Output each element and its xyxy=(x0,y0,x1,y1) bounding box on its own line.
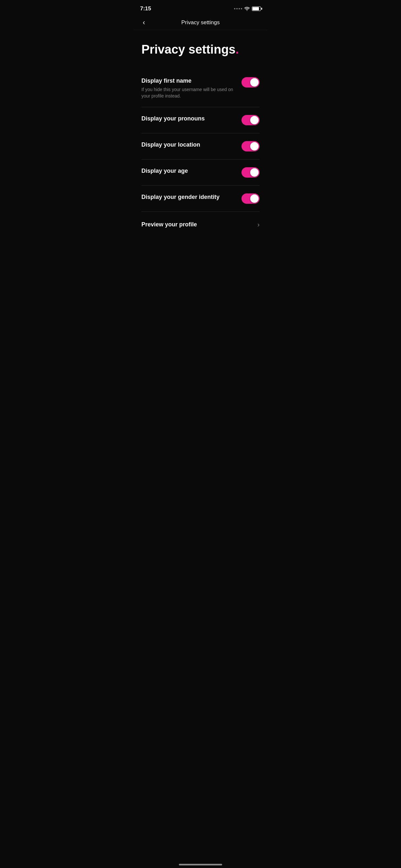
status-time: 7:15 xyxy=(140,5,151,12)
toggle-knob-display-first-name xyxy=(250,78,258,87)
battery-icon xyxy=(252,6,261,11)
setting-text-display-first-name: Display first name If you hide this your… xyxy=(142,77,242,99)
toggle-wrapper-display-first-name xyxy=(242,77,259,88)
setting-item-display-first-name: Display first name If you hide this your… xyxy=(142,69,259,107)
nav-title: Privacy settings xyxy=(181,20,220,26)
signal-icon xyxy=(234,8,242,9)
page-heading: Privacy settings. xyxy=(142,43,259,57)
toggle-display-pronouns[interactable] xyxy=(242,115,259,125)
toggle-display-first-name[interactable] xyxy=(242,77,259,88)
toggle-wrapper-display-pronouns xyxy=(242,115,259,125)
toggle-knob-display-age xyxy=(250,168,258,177)
setting-description-display-first-name: If you hide this your username will be u… xyxy=(142,87,236,99)
setting-item-display-gender: Display your gender identity xyxy=(142,186,259,212)
nav-bar: ‹ Privacy settings xyxy=(134,16,267,30)
back-button[interactable]: ‹ xyxy=(140,17,148,28)
setting-label-display-age: Display your age xyxy=(142,167,236,175)
setting-item-display-age: Display your age xyxy=(142,159,259,186)
toggle-knob-display-location xyxy=(250,142,258,151)
page-title: Privacy settings. xyxy=(142,43,259,57)
status-bar: 7:15 xyxy=(134,0,267,16)
chevron-right-icon: › xyxy=(257,221,259,228)
preview-profile-label: Preview your profile xyxy=(142,221,197,228)
setting-label-display-location: Display your location xyxy=(142,141,236,149)
toggle-display-location[interactable] xyxy=(242,141,259,151)
wifi-icon xyxy=(244,6,250,11)
setting-item-display-pronouns: Display your pronouns xyxy=(142,107,259,133)
toggle-wrapper-display-location xyxy=(242,141,259,151)
toggle-wrapper-display-age xyxy=(242,167,259,178)
heading-dot: . xyxy=(235,42,239,56)
setting-label-display-gender: Display your gender identity xyxy=(142,193,236,201)
setting-text-display-gender: Display your gender identity xyxy=(142,193,242,201)
setting-text-display-age: Display your age xyxy=(142,167,242,175)
setting-label-display-first-name: Display first name xyxy=(142,77,236,85)
toggle-knob-display-gender xyxy=(250,194,258,203)
settings-list: Display first name If you hide this your… xyxy=(142,69,259,238)
setting-text-display-pronouns: Display your pronouns xyxy=(142,115,242,122)
main-content: Privacy settings. Display first name If … xyxy=(134,30,267,237)
toggle-knob-display-pronouns xyxy=(250,116,258,124)
setting-item-display-location: Display your location xyxy=(142,133,259,159)
toggle-wrapper-display-gender xyxy=(242,193,259,204)
toggle-display-age[interactable] xyxy=(242,167,259,178)
home-indicator xyxy=(179,864,222,865)
status-icons xyxy=(234,6,261,11)
setting-label-display-pronouns: Display your pronouns xyxy=(142,115,236,122)
setting-text-display-location: Display your location xyxy=(142,141,242,149)
back-icon: ‹ xyxy=(143,19,145,27)
preview-profile-item[interactable]: Preview your profile › xyxy=(142,212,259,237)
toggle-display-gender[interactable] xyxy=(242,193,259,204)
